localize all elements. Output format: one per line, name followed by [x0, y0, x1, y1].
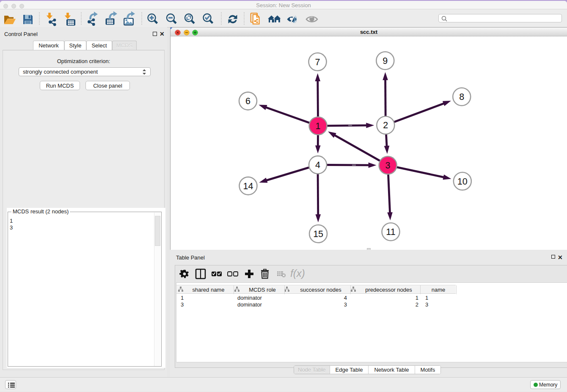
svg-text:10: 10	[457, 177, 468, 187]
svg-text:11: 11	[386, 227, 395, 237]
svg-text:4: 4	[315, 160, 320, 170]
svg-text:8: 8	[459, 92, 464, 102]
svg-text:1: 1	[316, 121, 321, 131]
svg-text:9: 9	[383, 56, 388, 66]
svg-text:f(x): f(x)	[290, 268, 305, 279]
svg-text:15: 15	[313, 229, 323, 239]
svg-text:14: 14	[243, 181, 253, 191]
svg-text:6: 6	[245, 96, 250, 106]
svg-text:2: 2	[383, 120, 388, 130]
svg-text:7: 7	[315, 57, 320, 67]
svg-text:3: 3	[385, 160, 391, 171]
